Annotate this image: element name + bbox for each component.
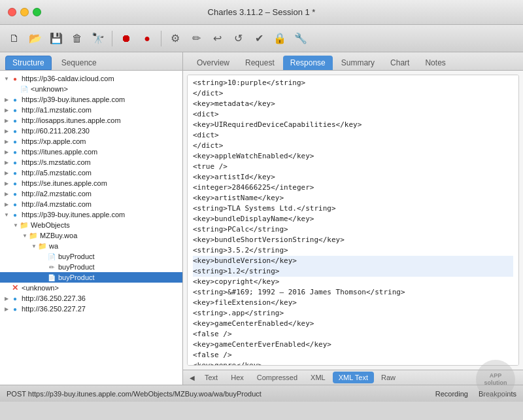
tree-item-ip1[interactable]: ▶ ● http://60.211.208.230: [0, 126, 182, 136]
tree-item-itunes[interactable]: ▶ ● https://itunes.apple.com: [0, 147, 182, 157]
tree-arrow: ▼: [3, 75, 10, 82]
tree-item-unknown1[interactable]: 📄 <unknown>: [0, 84, 182, 94]
tree-item-se-itunes[interactable]: ▶ ● https://se.itunes.apple.com: [0, 178, 182, 188]
content-area: <string>10:purple</string> </dict> <key>…: [187, 75, 519, 366]
tree-item-ip2[interactable]: ▶ ● http://36.250.227.36: [0, 293, 182, 304]
save-icon[interactable]: 💾: [47, 29, 65, 48]
compose-icon[interactable]: ↩: [208, 29, 226, 48]
clear-icon[interactable]: 🗑: [68, 29, 86, 48]
tree-arrow: ▶: [3, 305, 10, 313]
repeat-icon[interactable]: ↺: [229, 29, 247, 48]
tab-raw[interactable]: Raw: [375, 372, 401, 383]
tree-item-buy1[interactable]: 📄 buyProduct: [0, 251, 182, 262]
error-icon: ✕: [10, 283, 20, 292]
tree-item-buy2[interactable]: ✏ buyProduct: [0, 262, 182, 272]
tab-chart[interactable]: Chart: [383, 56, 416, 70]
xml-line: <dict>: [193, 109, 513, 120]
xml-line: <dict>: [193, 130, 513, 141]
tab-text[interactable]: Text: [199, 372, 224, 383]
settings-icon[interactable]: ⚙: [166, 29, 184, 48]
blue-dot-icon: ●: [10, 189, 20, 198]
tree-label: http://36.250.227.27: [22, 305, 86, 313]
main-area: Structure Sequence ▼ ● https://p36-calda…: [0, 52, 523, 385]
watermark-circle: APP solution: [476, 360, 515, 399]
tree-item-buy-itunes2[interactable]: ▼ ● https://p39-buy.itunes.apple.com: [0, 209, 182, 220]
xml-line: <key>genre</key>: [193, 360, 513, 365]
tree-item-buy3-selected[interactable]: 📄 buyProduct: [0, 272, 182, 283]
xml-line: </dict>: [193, 88, 513, 99]
blue-dot-icon: ●: [10, 126, 20, 135]
tree-label: <unknown>: [22, 284, 59, 292]
tree-arrow: ▶: [3, 148, 10, 156]
throttle-icon[interactable]: ●: [138, 29, 156, 48]
maximize-button[interactable]: [33, 8, 41, 16]
tree-area[interactable]: ▼ ● https://p36-caldav.icloud.com 📄 <unk…: [0, 71, 182, 385]
xml-line: <key>gameCenterEnabled</key>: [193, 319, 513, 329]
tab-notes[interactable]: Notes: [418, 56, 452, 70]
xml-viewer[interactable]: <string>10:purple</string> </dict> <key>…: [188, 75, 518, 365]
tree-item-a2[interactable]: ▶ ● http://a2.mzstatic.com: [0, 188, 182, 199]
ssl-icon[interactable]: 🔒: [271, 29, 289, 48]
open-icon[interactable]: 📂: [26, 29, 44, 48]
tree-arrow: ▼: [3, 211, 10, 219]
tab-response[interactable]: Response: [283, 56, 333, 70]
tree-arrow: [39, 263, 47, 271]
blue-dot-icon: ●: [10, 200, 20, 209]
tree-arrow: ▶: [3, 116, 10, 124]
tree-label: http://iosapps.itunes.apple.com: [22, 116, 121, 124]
xml-line: <string>&#169; 1992 – 2016 James Thomson…: [193, 287, 513, 298]
tree-label: MZBuy.woa: [40, 232, 77, 239]
window-title: Charles 3.11.2 – Session 1 *: [208, 7, 316, 17]
minimize-button[interactable]: [20, 8, 29, 16]
file-icon: 📄: [47, 273, 56, 282]
tab-sequence[interactable]: Sequence: [54, 56, 104, 70]
tab-request[interactable]: Request: [238, 56, 282, 70]
tree-arrow: ▶: [3, 137, 10, 145]
xml-line: </dict>: [193, 141, 513, 151]
tree-item-a1[interactable]: ▶ ● http://a1.mzstatic.com: [0, 105, 182, 115]
tree-item-caldav[interactable]: ▼ ● https://p36-caldav.icloud.com: [0, 73, 182, 84]
tree-item-unknown2[interactable]: ✕ <unknown>: [0, 283, 182, 293]
tab-overview[interactable]: Overview: [190, 56, 237, 70]
tab-summary[interactable]: Summary: [334, 56, 382, 70]
folder-icon: 📁: [20, 220, 29, 230]
watermark: APP solution: [476, 360, 515, 399]
tree-item-xp[interactable]: ▶ ● https://xp.apple.com: [0, 136, 182, 147]
xml-line: <key>metadata</key>: [193, 99, 513, 109]
tree-item-wa[interactable]: ▼ 📁 wa: [0, 241, 182, 251]
tree-item-a5[interactable]: ▶ ● http://a5.mzstatic.com: [0, 167, 182, 178]
recording-badge[interactable]: Recording: [435, 390, 468, 398]
new-session-icon[interactable]: 🗋: [5, 29, 24, 48]
tree-item-ip3[interactable]: ▶ ● http://36.250.227.27: [0, 304, 182, 314]
record-icon[interactable]: ⏺: [117, 29, 135, 48]
xml-line: <string>10:purple</string>: [193, 78, 513, 88]
tree-label: WebObjects: [31, 221, 70, 229]
tree-arrow: [39, 253, 47, 260]
tree-item-iosapps[interactable]: ▶ ● http://iosapps.itunes.apple.com: [0, 115, 182, 126]
scroll-left-icon[interactable]: ◀: [187, 373, 197, 383]
rewrite-icon[interactable]: ✏: [187, 29, 205, 48]
tree-item-a4[interactable]: ▶ ● http://a4.mzstatic.com: [0, 199, 182, 209]
xml-line: <string>TLA Systems Ltd.</string>: [193, 203, 513, 214]
tab-xml-text[interactable]: XML Text: [333, 372, 374, 383]
tree-label: https://se.itunes.apple.com: [22, 179, 107, 187]
tree-item-buy-itunes[interactable]: ▶ ● https://p39-buy.itunes.apple.com: [0, 94, 182, 105]
right-panel: Overview Request Response Summary Chart …: [183, 52, 523, 385]
close-button[interactable]: [8, 8, 16, 16]
tree-item-webobjects[interactable]: ▼ 📁 WebObjects: [0, 220, 182, 230]
tree-item-s-mz[interactable]: ▶ ● https://s.mzstatic.com: [0, 157, 182, 167]
watermark-line1: APP: [490, 372, 502, 379]
tree-arrow: [39, 273, 47, 281]
tree-item-mzbuy[interactable]: ▼ 📁 MZBuy.woa: [0, 230, 182, 241]
tab-hex[interactable]: Hex: [225, 372, 250, 383]
tab-structure[interactable]: Structure: [5, 56, 52, 70]
tree-label: buyProduct: [58, 253, 95, 260]
titlebar: Charles 3.11.2 – Session 1 *: [0, 0, 523, 25]
tab-xml[interactable]: XML: [305, 372, 331, 383]
tree-label: http://60.211.208.230: [22, 127, 90, 135]
tab-compressed[interactable]: Compressed: [251, 372, 303, 383]
checkmark-icon[interactable]: ✔: [250, 29, 268, 48]
tools-icon[interactable]: 🔧: [292, 29, 310, 48]
tree-arrow: ▶: [3, 106, 10, 114]
find-icon[interactable]: 🔭: [89, 29, 107, 48]
